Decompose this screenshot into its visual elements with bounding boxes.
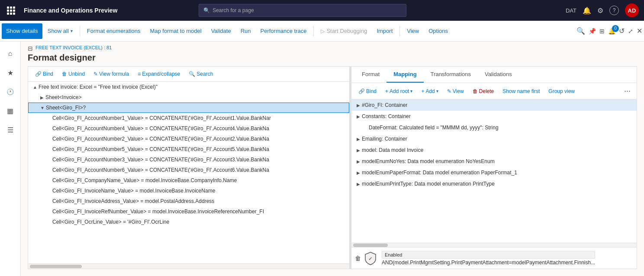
tree-item-cell4[interactable]: Cell<Giro_FI_AccountNumber4_Value> = CON… xyxy=(28,123,349,134)
tab-format[interactable]: Format xyxy=(355,67,386,83)
tree-item-cell-ref[interactable]: Cell<Giro_FI_InvoiceRefNumber_Value> = m… xyxy=(28,206,349,217)
tree-toggle-root: ▲ xyxy=(32,83,39,90)
start-debugging-button[interactable]: ▷ Start Debugging xyxy=(316,23,371,39)
mapping-add-button[interactable]: + Add ▾ xyxy=(418,87,441,96)
show-details-button[interactable]: Show details xyxy=(2,23,42,39)
mapping-item-enum-noyes[interactable]: ▶ modelEnumNoYes: Data model enumeration… xyxy=(351,156,637,167)
toolbar-right-icons: 🔍 📌 ⊞ 🔔 0 ↺ ⤢ ✕ xyxy=(576,27,642,35)
mapping-item-enum-noyes-label: modelEnumNoYes: Data model enumeration N… xyxy=(362,158,495,164)
tree-item-cell2-label: Cell<Giro_FI_AccountNumber2_Value> = CON… xyxy=(52,136,269,142)
mapping-item-enum-paper[interactable]: ▶ modelEnumPaperFormat: Data model enume… xyxy=(351,167,637,178)
mapping-group-view-button[interactable]: Group view xyxy=(545,87,578,96)
mapping-more-button[interactable]: ··· xyxy=(621,86,633,96)
tree-item-cell-ocr-label: Cell<Giro_FI_OcrLine_Value> = '#Giro_FI'… xyxy=(52,219,169,225)
show-all-label: Show all xyxy=(48,28,69,34)
tree-view-formula-button[interactable]: ✎ View formula xyxy=(90,69,132,79)
tree-item-cell2[interactable]: Cell<Giro_FI_AccountNumber2_Value> = CON… xyxy=(28,134,349,144)
tab-validations[interactable]: Validations xyxy=(478,67,519,83)
tree-toolbar: 🔗 Bind 🗑 Unbind ✎ View formula ≡ Expand/… xyxy=(28,67,349,82)
toolbar-divider-2 xyxy=(313,26,314,36)
tree-item-sheet-giro[interactable]: ▼ Sheet<Giro_FI>? xyxy=(28,103,349,113)
mapping-add-root-button[interactable]: + Add root ▾ xyxy=(382,87,416,96)
tree-item-cell-address-label: Cell<Giro_FI_InvoiceAddress_Value> = mod… xyxy=(52,198,214,204)
global-search[interactable]: 🔍 Search for a page xyxy=(199,4,406,17)
help-icon[interactable]: ? xyxy=(609,6,619,15)
tree-toggle-sheet-giro: ▼ xyxy=(39,104,46,111)
tree-item-sheet-invoice[interactable]: ▶ Sheet<Invoice> xyxy=(28,92,349,103)
tree-item-cell-invoice[interactable]: Cell<Giro_FI_InvoiceName_Value> = model.… xyxy=(28,186,349,196)
notification-bell-icon[interactable]: 🔔 xyxy=(583,6,591,15)
mapping-show-name-first-button[interactable]: Show name first xyxy=(499,87,543,96)
filter-icon[interactable]: ⊟ xyxy=(28,45,33,52)
tree-expand-collapse-label: Expand/collapse xyxy=(142,71,180,77)
validate-button[interactable]: Validate xyxy=(207,23,235,39)
tab-transformations[interactable]: Transformations xyxy=(424,67,478,83)
expand-icon[interactable]: ⤢ xyxy=(628,28,633,35)
sidebar-item-workspaces[interactable]: ▦ xyxy=(2,102,19,119)
mapping-scrollbar[interactable] xyxy=(351,243,637,247)
tree-expand-collapse-button[interactable]: ≡ Expand/collapse xyxy=(134,69,184,79)
formula-text: AND(model.PrintMgmtSetting.PrintPaymentA… xyxy=(382,260,595,266)
user-avatar[interactable]: AD xyxy=(625,3,639,17)
tree-item-cell5[interactable]: Cell<Giro_FI_AccountNumber5_Value> = CON… xyxy=(28,144,349,154)
tree-scrollbar-x[interactable] xyxy=(28,263,349,269)
tree-item-root[interactable]: ▲ Free text invoice: Excel = "Free text … xyxy=(28,82,349,92)
panel-icon[interactable]: ⊞ xyxy=(599,28,605,35)
tree-item-cell6[interactable]: Cell<Giro_FI_AccountNumber6_Value> = CON… xyxy=(28,165,349,175)
close-icon[interactable]: ✕ xyxy=(637,27,642,35)
add-root-plus-icon: + xyxy=(385,88,388,94)
main-content: ⊟ FREE TEXT INVOICE (EXCEL) : 81 Format … xyxy=(21,42,644,276)
sidebar-item-history[interactable]: 🕐 xyxy=(2,83,19,100)
map-format-to-model-button[interactable]: Map format to model xyxy=(145,23,206,39)
mapping-item-enum-print[interactable]: ▶ modelEnumPrintType: Data model enumera… xyxy=(351,178,637,189)
tree-item-cell-address[interactable]: Cell<Giro_FI_InvoiceAddress_Value> = mod… xyxy=(28,196,349,206)
tree-item-cell3-label: Cell<Giro_FI_AccountNumber3_Value> = CON… xyxy=(52,157,269,163)
tree-item-cell3[interactable]: Cell<Giro_FI_AccountNumber3_Value> = CON… xyxy=(28,154,349,165)
formula-delete-icon[interactable]: 🗑 xyxy=(355,255,361,262)
mapping-item-giro-fi[interactable]: ▶ #Giro_FI: Container xyxy=(351,99,637,111)
search-toolbar-icon[interactable]: 🔍 xyxy=(576,27,585,35)
add-chevron-icon: ▾ xyxy=(436,89,438,93)
tree-item-cell1[interactable]: Cell<Giro_FI_AccountNumber1_Value> = CON… xyxy=(28,113,349,123)
mapping-item-model[interactable]: ▶ model: Data model Invoice xyxy=(351,144,637,156)
mapping-toggle-enum-print: ▶ xyxy=(355,180,362,187)
mapping-bind-label: Bind xyxy=(366,88,377,94)
sidebar-item-favorites[interactable]: ★ xyxy=(2,64,19,81)
performance-trace-button[interactable]: Performance trace xyxy=(256,23,311,39)
mapping-item-dateformat[interactable]: DateFormat: Calculated field = "MMMM dd,… xyxy=(351,122,637,133)
options-button[interactable]: Options xyxy=(424,23,452,39)
mapping-toggle-giro-fi: ▶ xyxy=(355,102,362,109)
mapping-bind-button[interactable]: 🔗 Bind xyxy=(355,87,380,96)
sidebar-item-modules[interactable]: ☰ xyxy=(2,121,19,138)
mapping-item-constants[interactable]: ▶ Constants: Container xyxy=(351,111,637,122)
import-button[interactable]: Import xyxy=(372,23,397,39)
view-button[interactable]: View xyxy=(402,23,423,39)
tree-content[interactable]: ▲ Free text invoice: Excel = "Free text … xyxy=(28,82,349,263)
tree-item-cell-invoice-label: Cell<Giro_FI_InvoiceName_Value> = model.… xyxy=(52,188,215,194)
tree-bind-label: Bind xyxy=(43,71,53,77)
tree-unbind-button[interactable]: 🗑 Unbind xyxy=(58,69,88,79)
mapping-eye-icon: ✎ xyxy=(447,88,451,94)
tree-item-cell-company[interactable]: Cell<Giro_FI_CompanyName_Value> = model.… xyxy=(28,175,349,186)
show-all-button[interactable]: Show all ▾ xyxy=(43,23,77,39)
sidebar-item-home[interactable]: ⌂ xyxy=(2,45,19,62)
mapping-delete-button[interactable]: 🗑 Delete xyxy=(469,87,498,96)
format-enumerations-button[interactable]: Format enumerations xyxy=(83,23,145,39)
tree-item-cell-company-label: Cell<Giro_FI_CompanyName_Value> = model.… xyxy=(52,177,237,183)
tab-mapping[interactable]: Mapping xyxy=(386,67,423,83)
tree-item-cell-ocr[interactable]: Cell<Giro_FI_OcrLine_Value> = '#Giro_FI'… xyxy=(28,217,349,227)
waffle-menu[interactable] xyxy=(5,5,17,16)
mapping-group-view-label: Group view xyxy=(548,88,575,94)
tree-bind-button[interactable]: 🔗 Bind xyxy=(32,69,57,79)
expand-collapse-icon: ≡ xyxy=(138,71,141,77)
pin-icon[interactable]: 📌 xyxy=(589,28,596,35)
settings-gear-icon[interactable]: ⚙ xyxy=(597,6,603,15)
notification-badge[interactable]: 🔔 0 xyxy=(608,28,615,35)
run-button[interactable]: Run xyxy=(236,23,255,39)
mapping-item-emailing[interactable]: ▶ Emailing: Container xyxy=(351,133,637,144)
mapping-tree[interactable]: ▶ #Giro_FI: Container ▶ Constants: Conta… xyxy=(351,99,637,243)
formula-shield-icon: ✓ xyxy=(364,251,377,265)
mapping-view-button[interactable]: ✎ View xyxy=(444,87,467,96)
refresh-icon[interactable]: ↺ xyxy=(619,27,625,35)
tree-search-button[interactable]: 🔍 Search xyxy=(185,69,216,79)
